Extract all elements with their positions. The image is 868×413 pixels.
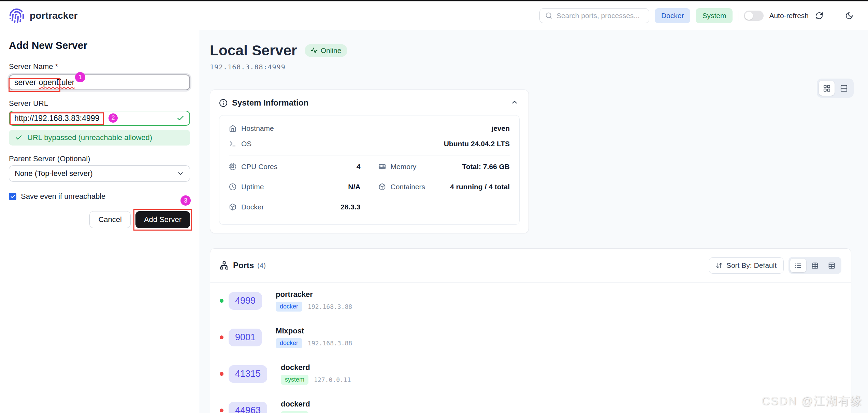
add-server-panel: Add New Server Server Name * server-open…: [0, 30, 199, 413]
refresh-icon: [815, 12, 823, 20]
cpu-cores-label: CPU Cores: [241, 163, 277, 171]
grid-view-button[interactable]: [807, 259, 823, 272]
port-name: dockerd: [281, 400, 351, 409]
hostname-row: Hostname jeven: [229, 123, 510, 134]
port-row[interactable]: 9001 Mixpost docker 192.168.3.88: [220, 327, 841, 348]
form-actions: Cancel Add Server 3: [9, 211, 190, 228]
port-host: 192.168.3.88: [308, 340, 352, 347]
page-title: Local Server: [210, 42, 297, 59]
port-info: dockerd system 127.0.0.11: [281, 363, 351, 385]
system-filter-chip[interactable]: System: [696, 8, 733, 23]
port-name: portracker: [276, 290, 352, 299]
home-icon: [229, 125, 236, 132]
ports-list: 4999 portracker docker 192.168.3.88 9001…: [210, 283, 851, 413]
moon-icon: [845, 12, 853, 20]
port-row[interactable]: 44963 dockerd system 127.0.0.11: [220, 400, 841, 413]
port-name: Mixpost: [276, 327, 352, 335]
sort-by-label: Sort By: Default: [726, 261, 777, 270]
server-address: 192.168.3.88:4999: [210, 63, 868, 71]
port-name: dockerd: [281, 363, 351, 372]
package-icon: [378, 183, 386, 191]
sort-arrows-icon: [716, 262, 723, 269]
add-server-button[interactable]: Add Server: [135, 211, 190, 228]
chevron-up-icon: [511, 98, 518, 106]
table-icon: [828, 262, 835, 269]
hostname-label: Hostname: [241, 124, 274, 133]
auto-refresh-toggle[interactable]: [744, 11, 764, 21]
save-unreachable-checkbox[interactable]: [9, 193, 16, 200]
system-information-title: System Information: [232, 98, 308, 108]
sort-by-button[interactable]: Sort By: Default: [709, 257, 784, 274]
theme-toggle-button[interactable]: [844, 11, 854, 21]
docker-version-row: Docker 28.3.3: [229, 202, 361, 212]
search-box[interactable]: [539, 8, 649, 23]
docker-version-value: 28.3.3: [341, 203, 360, 211]
port-number-pill[interactable]: 41315: [229, 365, 267, 383]
port-number-pill[interactable]: 44963: [229, 402, 267, 413]
rows-icon: [840, 84, 848, 92]
list-view-button[interactable]: [790, 259, 806, 272]
cancel-button[interactable]: Cancel: [89, 211, 130, 228]
memory-value: Total: 7.66 GB: [462, 163, 510, 171]
annotation-step-1: 1: [75, 72, 85, 82]
check-icon: [10, 194, 15, 199]
panel-title: Add New Server: [9, 39, 190, 52]
port-info: Mixpost docker 192.168.3.88: [276, 327, 352, 348]
cpu-cores-value: 4: [357, 163, 361, 171]
rows-view-button[interactable]: [836, 81, 852, 96]
annotation-step-2: 2: [108, 113, 118, 123]
cpu-cores-row: CPU Cores 4: [229, 161, 361, 172]
port-source-badge: docker: [276, 338, 302, 348]
port-status-dot: [220, 372, 223, 376]
header-divider: [738, 11, 738, 21]
docker-version-label: Docker: [241, 203, 264, 211]
app-header: portracker Docker System Auto-refresh: [0, 1, 868, 30]
containers-label: Containers: [391, 183, 425, 191]
collapse-card-button[interactable]: [511, 98, 520, 107]
toggle-knob: [745, 12, 753, 20]
save-unreachable-option[interactable]: Save even if unreachable: [9, 192, 190, 201]
port-source-badge: system: [281, 411, 308, 413]
port-info: dockerd system 127.0.0.11: [281, 400, 351, 413]
port-row[interactable]: 4999 portracker docker 192.168.3.88: [220, 290, 841, 312]
memory-label: Memory: [391, 163, 417, 171]
ports-count: (4): [257, 262, 265, 270]
refresh-button[interactable]: [814, 11, 824, 21]
memory-icon: [378, 163, 386, 170]
table-view-button[interactable]: [824, 259, 840, 272]
server-name-value: server-openEuler: [14, 78, 74, 87]
port-host: 127.0.0.11: [314, 376, 351, 383]
network-icon: [220, 261, 229, 270]
grid-3x3-icon: [811, 262, 819, 269]
brand: portracker: [9, 8, 78, 24]
port-number-pill[interactable]: 9001: [229, 329, 262, 346]
port-number-pill[interactable]: 4999: [229, 292, 262, 310]
search-input[interactable]: [556, 12, 643, 20]
fingerprint-logo-icon: [9, 8, 25, 24]
search-icon: [545, 12, 552, 19]
list-icon: [795, 262, 802, 269]
layout-view-toggle: [817, 79, 854, 98]
status-text: Online: [321, 46, 342, 55]
ports-card: Ports (4) Sort By: Default: [210, 248, 851, 413]
cpu-icon: [229, 163, 236, 170]
ports-title: Ports: [233, 261, 254, 270]
uptime-row: Uptime N/A: [229, 181, 361, 192]
grid-2x2-icon: [823, 84, 831, 92]
clock-icon: [229, 183, 236, 191]
port-status-dot: [220, 409, 223, 412]
os-value: Ubuntu 24.04.2 LTS: [444, 140, 510, 148]
docker-filter-chip[interactable]: Docker: [655, 8, 691, 23]
app-window: portracker Docker System Auto-refresh Ad…: [0, 0, 868, 413]
parent-server-select[interactable]: None (Top-level server): [9, 165, 190, 182]
status-badge: Online: [305, 44, 348, 57]
url-valid-check-icon: [176, 114, 185, 122]
check-icon: [15, 134, 23, 141]
chevron-down-icon: [177, 170, 184, 177]
grid-view-button[interactable]: [819, 81, 835, 96]
port-status-dot: [220, 299, 223, 303]
server-url-input[interactable]: http://192.168.3.83:4999 2: [9, 111, 190, 126]
url-status-message: URL bypassed (unreachable allowed): [9, 130, 190, 146]
server-name-input[interactable]: server-openEuler 1: [9, 74, 190, 90]
port-row[interactable]: 41315 dockerd system 127.0.0.11: [220, 363, 841, 385]
